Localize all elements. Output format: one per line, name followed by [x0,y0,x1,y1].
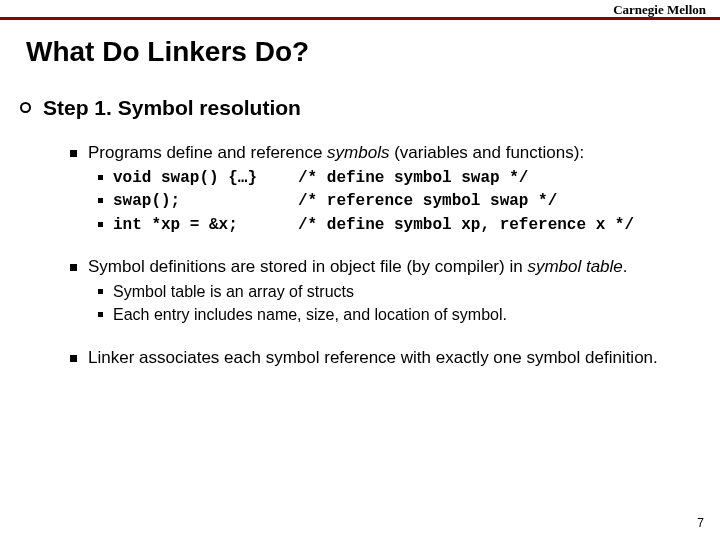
square-bullet-sm-icon [98,289,103,294]
code-3-right: /* define symbol xp, reference x */ [298,214,634,236]
bullet-2: Symbol definitions are stored in object … [70,256,720,279]
square-bullet-sm-icon [98,312,103,317]
square-bullet-sm-icon [98,175,103,180]
bullet-3-text: Linker associates each symbol reference … [88,347,658,370]
bullet-3: Linker associates each symbol reference … [70,347,720,370]
b1-post: (variables and functions): [389,143,584,162]
bullet-2-sub2: Each entry includes name, size, and loca… [98,304,720,326]
square-bullet-icon [70,150,77,157]
code-list: void swap() {…} /* define symbol swap */… [98,167,720,236]
code-2-right: /* reference symbol swap */ [298,190,557,212]
b1-pre: Programs define and reference [88,143,327,162]
slide-content: Step 1. Symbol resolution Programs defin… [20,96,720,370]
bullet-2-text: Symbol definitions are stored in object … [88,256,628,279]
bullet-2-sub1: Symbol table is an array of structs [98,281,720,303]
square-bullet-sm-icon [98,222,103,227]
b2-pre: Symbol definitions are stored in object … [88,257,527,276]
b2-post: . [623,257,628,276]
code-row-3: int *xp = &x; /* define symbol xp, refer… [98,214,720,236]
code-2-left: swap(); [113,190,298,212]
step-heading: Step 1. Symbol resolution [20,96,720,120]
b1-em: symbols [327,143,389,162]
bullet-1: Programs define and reference symbols (v… [70,142,720,165]
bullet-group-2: Symbol definitions are stored in object … [70,256,720,327]
code-1-right: /* define symbol swap */ [298,167,528,189]
code-3-left: int *xp = &x; [113,214,298,236]
slide-title: What Do Linkers Do? [26,36,720,68]
b2-em: symbol table [527,257,622,276]
bullet-group-1: Programs define and reference symbols (v… [70,142,720,236]
square-bullet-icon [70,264,77,271]
square-bullet-sm-icon [98,198,103,203]
bullet-group-3: Linker associates each symbol reference … [70,347,720,370]
code-row-1: void swap() {…} /* define symbol swap */ [98,167,720,189]
header-bar: Carnegie Mellon [0,0,720,20]
square-bullet-icon [70,355,77,362]
page-number: 7 [697,516,704,530]
code-row-2: swap(); /* reference symbol swap */ [98,190,720,212]
circle-bullet-icon [20,102,31,113]
header-org: Carnegie Mellon [613,2,706,17]
b2-sub1-text: Symbol table is an array of structs [113,281,354,303]
bullet-1-text: Programs define and reference symbols (v… [88,142,584,165]
code-1-left: void swap() {…} [113,167,298,189]
b2-sub2-text: Each entry includes name, size, and loca… [113,304,507,326]
step-label: Step 1. Symbol resolution [43,96,301,120]
bullet-2-sublist: Symbol table is an array of structs Each… [98,281,720,327]
